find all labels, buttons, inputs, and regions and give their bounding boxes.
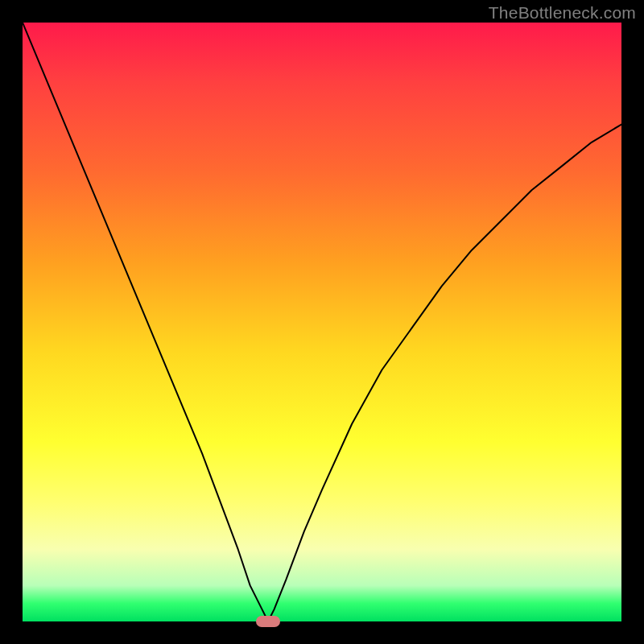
curve-svg [23,23,621,621]
optimum-marker [256,616,280,628]
watermark-text: TheBottleneck.com [489,3,636,23]
bottleneck-curve [23,23,621,621]
plot-area [23,23,621,621]
